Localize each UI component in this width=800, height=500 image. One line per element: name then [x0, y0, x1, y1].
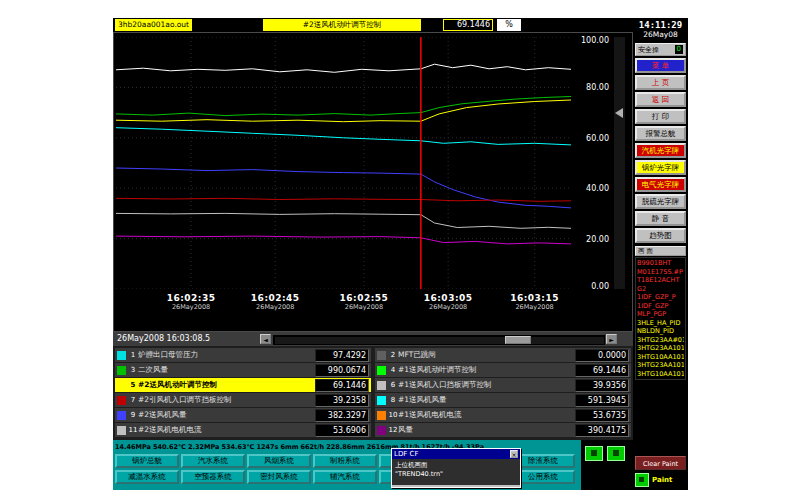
- toolbar-button-btnrow1-3[interactable]: 制粉系统: [313, 454, 377, 468]
- sidebar-button-2[interactable]: 返 回: [635, 92, 686, 107]
- toolbar-button-btnrow1-2[interactable]: 风烟系统: [247, 454, 311, 468]
- legend-value: 390.4175: [575, 424, 629, 437]
- sidebar-button-6[interactable]: 锅炉光字牌: [635, 160, 686, 175]
- sidebar-button-8[interactable]: 脱硫光字牌: [635, 194, 686, 209]
- legend-label: #1送风机电机电流: [398, 410, 575, 420]
- tag-item-8[interactable]: NBLDN_PID: [637, 327, 684, 336]
- tag-item-1[interactable]: M01E17SS.#P1: [637, 268, 684, 277]
- tag-item-12[interactable]: 3HTG23AA101: [637, 361, 684, 370]
- x-tick-time: 16:02:55: [340, 293, 389, 303]
- tag-item-4[interactable]: 1IDF_GZP_P: [637, 293, 684, 302]
- sidebar-button-10[interactable]: 趋势图: [635, 228, 686, 243]
- toolbar-button-btnrow1-1[interactable]: 汽水系统: [181, 454, 245, 468]
- y-axis-label-4: 20.00: [586, 234, 609, 243]
- legend-value: 53.6906: [315, 424, 369, 437]
- legend-row-4[interactable]: 4#1送风机动叶调节控制69.1446: [375, 363, 631, 377]
- x-axis-tick-0: 16:02:3526May2008: [167, 293, 216, 311]
- legend-color-chip: [117, 351, 126, 360]
- legend-row-1[interactable]: 1炉膛出口母管压力97.4292: [115, 348, 371, 362]
- x-tick-date: 26May2008: [251, 303, 300, 311]
- tag-item-5[interactable]: 1IDF_GZP: [637, 302, 684, 311]
- y-axis: 100.0080.0060.0040.0020.000.00: [573, 37, 611, 289]
- toolbar-button-btnrow1-0[interactable]: 锅炉总貌: [115, 454, 179, 468]
- sidebar-button-3[interactable]: 打 印: [635, 109, 686, 124]
- tag-item-11[interactable]: 3HTG10AA101: [637, 353, 684, 362]
- x-tick-time: 16:02:35: [167, 293, 216, 303]
- scale-marker-strip[interactable]: [614, 37, 625, 289]
- trend-plot-area[interactable]: [116, 37, 571, 289]
- legend-row-8[interactable]: 8#1送风机风量591.3945: [375, 393, 631, 407]
- legend-row-7[interactable]: 7#2引风机入口调节挡板控制39.2358: [115, 393, 371, 407]
- popup-title-bar[interactable]: LDF CF ×: [392, 449, 520, 459]
- legend-label: #2送风机电机电流: [138, 425, 315, 435]
- safe-operation-button[interactable]: 安全操 0: [635, 43, 686, 56]
- tag-item-3[interactable]: G2: [637, 285, 684, 294]
- sidebar-button-5[interactable]: 汽机光字牌: [635, 143, 686, 158]
- sidebar-button-1[interactable]: 上 页: [635, 75, 686, 90]
- tag-item-10[interactable]: 3HTG23AA101: [637, 344, 684, 353]
- legend-row-11[interactable]: 11#2送风机电机电流53.6906: [115, 423, 371, 437]
- tag-list-header-tab[interactable]: 画 面: [635, 246, 686, 256]
- trend-legend: 1炉膛出口母管压力97.42923二次风量990.06745#2送风机动叶调节控…: [113, 346, 633, 440]
- tag-item-0[interactable]: B9901BHT: [637, 259, 684, 268]
- time-scrollbar-thumb[interactable]: [505, 336, 531, 344]
- top-bar: 3hb20aa001ao.out #2送风机动叶调节控制 69.1446 %: [113, 18, 633, 32]
- legend-row-6[interactable]: 6#1送风机入口挡板调节控制39.9356: [375, 378, 631, 392]
- legend-value: 69.1446: [575, 364, 629, 377]
- sidebar-button-9[interactable]: 静 音: [635, 211, 686, 226]
- tag-item-13[interactable]: 3HTG10AA101: [637, 370, 684, 379]
- y-axis-label-0: 100.00: [581, 35, 609, 44]
- tag-file-field[interactable]: 3hb20aa001ao.out: [115, 19, 192, 31]
- current-value-display: 69.1446: [443, 19, 493, 31]
- trend-line-fan2-vane-control: [116, 100, 571, 122]
- x-tick-date: 26May2008: [510, 303, 559, 311]
- tag-item-6[interactable]: MLP_PGP: [637, 310, 684, 319]
- scroll-left-icon[interactable]: ◄: [260, 334, 271, 344]
- tag-item-7[interactable]: 3HLE_HA_PID: [637, 319, 684, 328]
- status-led-1: [585, 446, 603, 461]
- sidebar-button-7[interactable]: 电气光字牌: [635, 177, 686, 192]
- toolbar-button-btnrow2-1[interactable]: 空预器系统: [181, 470, 245, 484]
- sidebar-button-0[interactable]: 菜 单: [635, 58, 686, 73]
- scroll-right-icon[interactable]: ►: [606, 334, 617, 344]
- legend-row-2[interactable]: 2MFT已跳闸0.0000: [375, 348, 631, 362]
- tag-item-9[interactable]: 3HTG23AA#01: [637, 336, 684, 345]
- sidebar-button-4[interactable]: 报警总貌: [635, 126, 686, 141]
- trend-line-fan-motor-current: [116, 213, 571, 228]
- legend-row-3[interactable]: 3二次风量990.0674: [115, 363, 371, 377]
- popup-close-icon[interactable]: ×: [510, 450, 518, 458]
- scale-marker-arrow-icon[interactable]: [615, 108, 623, 118]
- legend-pen-number: 11: [128, 426, 138, 434]
- trend-svg: [116, 37, 571, 289]
- toolbar-button-btnrow2-2[interactable]: 密封风系统: [247, 470, 311, 484]
- toolbar-button-btnrow2-3[interactable]: 辅汽系统: [313, 470, 377, 484]
- legend-value: 382.3297: [315, 409, 369, 422]
- led-dot-icon: [591, 450, 597, 456]
- legend-color-chip: [117, 411, 126, 420]
- legend-value: 97.4292: [315, 349, 369, 362]
- toolbar-button-btnrow2-0[interactable]: 减温水系统: [115, 470, 179, 484]
- right-sidebar: 14:11:29 26May08 安全操 0 菜 单上 页返 回打 印报警总貌汽…: [633, 18, 688, 490]
- legend-value: 39.9356: [575, 379, 629, 392]
- trend-line-inlet-damper-control: [116, 198, 571, 201]
- legend-value: 39.2358: [315, 394, 369, 407]
- x-tick-date: 26May2008: [424, 303, 473, 311]
- legend-row-12[interactable]: 12风量390.4175: [375, 423, 631, 437]
- legend-color-chip: [377, 381, 386, 390]
- legend-color-chip: [117, 366, 126, 375]
- time-scroll-bar: 26May2008 16:03:08.5 ◄ ►: [113, 332, 633, 346]
- legend-color-chip: [377, 411, 386, 420]
- status-value-6: 662t/h: [300, 443, 324, 451]
- legend-row-9[interactable]: 9#2送风机风量382.3297: [115, 408, 371, 422]
- legend-color-chip: [117, 426, 126, 435]
- bottom-toolbar: 14.46MPa540.62℃2.32MPa534.63℃1247s6mm662…: [113, 440, 633, 490]
- tag-item-2[interactable]: T18E12ACHT: [637, 276, 684, 285]
- y-axis-label-5: 0.00: [591, 282, 609, 291]
- dcs-trend-window: 3hb20aa001ao.out #2送风机动叶调节控制 69.1446 % 1…: [113, 18, 688, 490]
- legend-row-10[interactable]: 10#1送风机电机电流53.6735: [375, 408, 631, 422]
- tag-list: B9901BHTM01E17SS.#P1T18E12ACHTG21IDF_GZP…: [635, 257, 686, 380]
- clear-paint-button[interactable]: Clear Paint: [635, 456, 686, 470]
- legend-row-5[interactable]: 5#2送风机动叶调节控制69.1446: [115, 378, 371, 392]
- x-tick-time: 16:02:45: [251, 293, 300, 303]
- time-scrollbar-track[interactable]: [273, 335, 605, 345]
